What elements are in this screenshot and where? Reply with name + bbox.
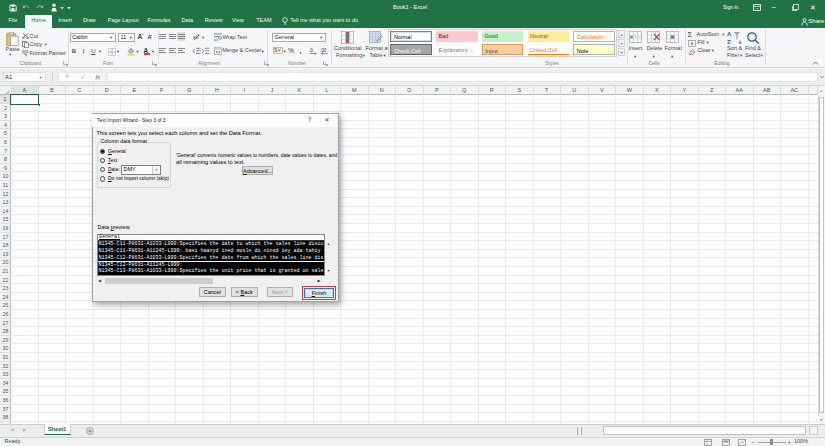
svg-text:.0: .0 xyxy=(309,48,313,53)
svg-text:.00: .00 xyxy=(320,48,327,53)
svg-text:A: A xyxy=(727,31,732,37)
svg-text:$: $ xyxy=(274,47,277,53)
svg-text:Z: Z xyxy=(727,39,731,45)
svg-text:ab: ab xyxy=(193,34,199,40)
